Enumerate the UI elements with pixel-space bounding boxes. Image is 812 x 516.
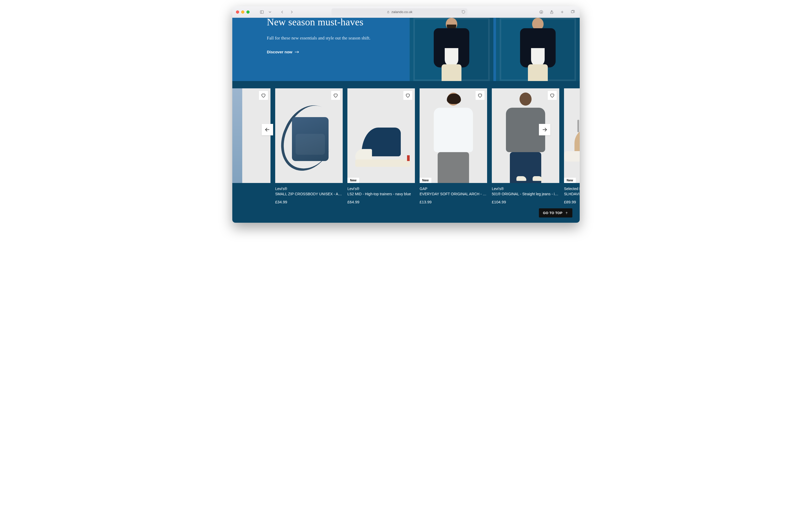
new-badge: New: [347, 178, 359, 183]
product-title: LS2 MID - High-top trainers - navy blue: [347, 192, 415, 196]
arrow-right-icon: [542, 127, 548, 132]
product-brand: GAP: [419, 187, 487, 191]
fullscreen-window-button[interactable]: [246, 10, 250, 13]
product-title: SMALL ZIP CROSSBODY UNISEX - Acros…: [275, 192, 343, 196]
page-viewport: New season must-haves Fall for these new…: [232, 18, 580, 223]
product-price: £104.99: [492, 200, 559, 204]
product-card[interactable]: ans - blue de…: [232, 88, 270, 194]
product-image: New: [347, 88, 415, 183]
product-brand: Levi's®: [492, 187, 559, 191]
product-image: [275, 88, 343, 183]
new-tab-button[interactable]: [559, 9, 566, 16]
hero-images: [410, 18, 580, 81]
reload-icon[interactable]: [461, 10, 465, 14]
nav-forward-button[interactable]: [288, 9, 295, 16]
svg-rect-0: [260, 10, 263, 13]
product-price: £89.99: [564, 200, 580, 204]
product-card[interactable]: New Selected Homm SLHDAVID CHU £89.99: [564, 88, 580, 204]
wishlist-button[interactable]: [331, 91, 340, 100]
product-image: New: [419, 88, 487, 183]
svg-rect-7: [571, 10, 574, 13]
sidebar-toggle-button[interactable]: [258, 9, 265, 16]
carousel-next-button[interactable]: [539, 124, 550, 135]
product-price: £13.99: [419, 200, 487, 204]
product-brand: Selected Homm: [564, 187, 580, 191]
downloads-button[interactable]: [538, 9, 545, 16]
tab-group-dropdown[interactable]: [268, 9, 272, 16]
product-brand: Levi's®: [275, 187, 343, 191]
window-controls: [236, 10, 250, 13]
tab-overview-button[interactable]: [569, 9, 576, 16]
hero-cta-label: Discover now: [267, 50, 292, 54]
wishlist-button[interactable]: [475, 91, 485, 100]
product-title: 501® ORIGINAL - Straight leg jeans - it'…: [492, 192, 559, 196]
go-to-top-label: GO TO TOP: [543, 211, 562, 215]
product-card[interactable]: Levi's® 501® ORIGINAL - Straight leg jea…: [492, 88, 559, 204]
carousel-rail: ans - blue de… Levi's® SMALL ZIP CROSSBO…: [232, 88, 580, 204]
arrow-right-icon: [295, 51, 299, 54]
product-brand: Levi's®: [347, 187, 415, 191]
hero-image: [410, 18, 493, 81]
wishlist-button[interactable]: [259, 91, 268, 100]
svg-rect-2: [387, 12, 389, 13]
wishlist-button[interactable]: [548, 91, 557, 100]
nav-back-button[interactable]: [279, 9, 286, 16]
arrow-left-icon: [264, 127, 270, 132]
new-badge: New: [564, 178, 576, 183]
hero-cta-link[interactable]: Discover now: [267, 50, 299, 54]
hero-banner: New season must-haves Fall for these new…: [232, 18, 580, 81]
product-image: [232, 88, 270, 183]
heart-icon: [261, 93, 266, 98]
carousel-prev-button[interactable]: [262, 124, 273, 135]
arrow-up-icon: [565, 211, 568, 215]
product-title: EVERYDAY SOFT ORIGINAL ARCH - Prin…: [419, 192, 487, 196]
product-title: ans - blue de…: [232, 187, 270, 191]
product-card[interactable]: New GAP EVERYDAY SOFT ORIGINAL ARCH - Pr…: [419, 88, 487, 204]
hero-title: New season must-haves: [267, 18, 370, 28]
product-card[interactable]: Levi's® SMALL ZIP CROSSBODY UNISEX - Acr…: [275, 88, 343, 204]
minimize-window-button[interactable]: [241, 10, 244, 13]
browser-window: zalando.co.uk New season must-haves Fall: [232, 6, 580, 223]
new-badge: New: [419, 178, 431, 183]
heart-icon: [477, 93, 483, 98]
browser-titlebar: zalando.co.uk: [232, 6, 580, 18]
product-image: [492, 88, 559, 183]
product-title: SLHDAVID CHU: [564, 192, 580, 196]
product-card[interactable]: New Levi's® LS2 MID - High-top trainers …: [347, 88, 415, 204]
hero-subtitle: Fall for these new essentials and style …: [267, 35, 370, 41]
heart-icon: [550, 93, 555, 98]
product-price: £34.99: [275, 200, 343, 204]
product-carousel: ans - blue de… Levi's® SMALL ZIP CROSSBO…: [232, 81, 580, 219]
share-button[interactable]: [548, 9, 555, 16]
heart-icon: [405, 93, 410, 98]
close-window-button[interactable]: [236, 10, 239, 13]
address-bar-domain: zalando.co.uk: [392, 10, 412, 14]
hero-image: [496, 18, 580, 81]
product-price: £64.99: [347, 200, 415, 204]
wishlist-button[interactable]: [403, 91, 412, 100]
address-bar[interactable]: zalando.co.uk: [331, 8, 467, 16]
go-to-top-button[interactable]: GO TO TOP: [539, 208, 572, 217]
lock-icon: [387, 10, 390, 13]
product-image: New: [564, 88, 580, 183]
heart-icon: [333, 93, 338, 98]
scrollbar-thumb[interactable]: [577, 120, 579, 132]
